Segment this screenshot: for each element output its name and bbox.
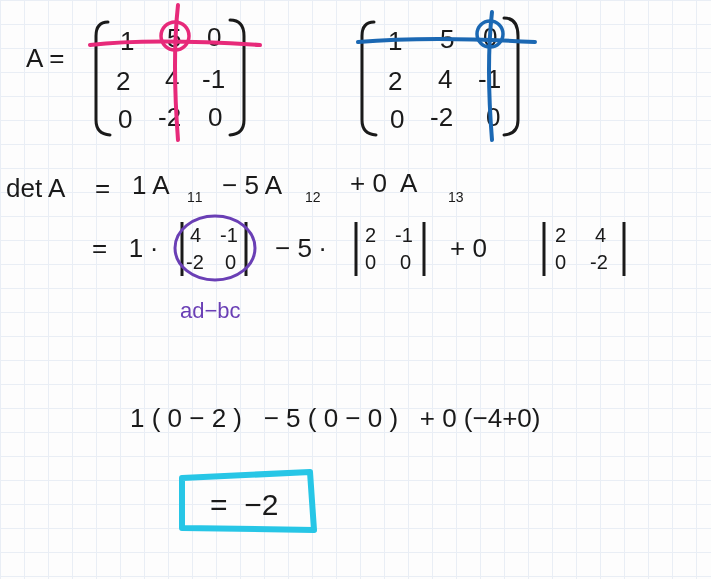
minor1-c: -2 [186, 252, 204, 272]
minor3-d: -2 [590, 252, 608, 272]
minor3-b: 4 [595, 225, 606, 245]
minor2-b: -1 [395, 225, 413, 245]
m2-r3c3: 0 [486, 104, 500, 130]
m2-r1c1: 1 [388, 28, 402, 54]
minor1-d: 0 [225, 252, 236, 272]
cof-t1: 1 A [132, 172, 170, 198]
minor3-a: 2 [555, 225, 566, 245]
m1-r2c3: -1 [202, 66, 225, 92]
m1-r1c1: 1 [120, 28, 134, 54]
calc-line: 1 ( 0 − 2 ) − 5 ( 0 − 0 ) + 0 (−4+0) [130, 405, 540, 431]
m1-r3c2: -2 [158, 104, 181, 130]
m1-r2c1: 2 [116, 68, 130, 94]
det-a-label: det A [6, 175, 65, 201]
result: = −2 [210, 490, 278, 520]
whiteboard-canvas: A = 1 5 0 2 4 -1 0 -2 0 1 5 0 2 4 -1 0 -… [0, 0, 711, 579]
m1-r1c2: 5 [167, 25, 181, 51]
minor2-a: 2 [365, 225, 376, 245]
m1-r3c1: 0 [118, 106, 132, 132]
minor1-b: -1 [220, 225, 238, 245]
minor2-c: 0 [365, 252, 376, 272]
minor3-c: 0 [555, 252, 566, 272]
m1-r1c3: 0 [207, 24, 221, 50]
minor2-d: 0 [400, 252, 411, 272]
m2-r2c1: 2 [388, 68, 402, 94]
eq-1: = [95, 175, 110, 201]
m1-r3c3: 0 [208, 104, 222, 130]
matrix-a-lhs: A = [26, 45, 64, 71]
m2-r2c2: 4 [438, 66, 452, 92]
expand-lead: = 1 · [92, 235, 158, 261]
minor1-a: 4 [190, 225, 201, 245]
cof-t3: + 0 A [350, 170, 417, 196]
ink-overlay [0, 0, 711, 579]
cof-t2: − 5 A [222, 172, 282, 198]
expand-mid1: − 5 · [275, 235, 326, 261]
m2-r3c1: 0 [390, 106, 404, 132]
m2-r2c3: -1 [478, 66, 501, 92]
m2-r1c3: 0 [483, 24, 497, 50]
cof-s1: 11 [187, 190, 203, 204]
note-adbc: ad−bc [180, 300, 241, 322]
cof-s2: 12 [305, 190, 321, 204]
m1-r2c2: 4 [165, 66, 179, 92]
m2-r1c2: 5 [440, 26, 454, 52]
cof-s3: 13 [448, 190, 464, 204]
expand-mid2: + 0 [450, 235, 487, 261]
m2-r3c2: -2 [430, 104, 453, 130]
